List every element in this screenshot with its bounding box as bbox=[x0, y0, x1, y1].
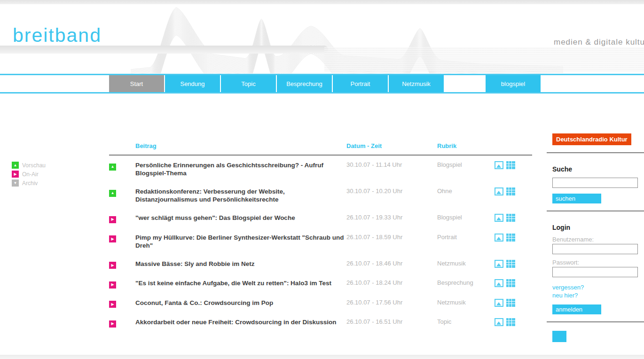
grid-icon[interactable] bbox=[506, 299, 515, 307]
article-rubrik: Netzmusik bbox=[437, 260, 495, 269]
row-status-icon: ▶ bbox=[109, 235, 116, 242]
row-status-icon: ▶ bbox=[109, 262, 116, 269]
logo-underline-band bbox=[0, 46, 328, 54]
tab-portrait[interactable]: Portrait bbox=[333, 75, 388, 92]
table-body: ▲ Persönliche Erinnerungen als Geschicht… bbox=[109, 161, 532, 328]
grid-icon[interactable] bbox=[506, 214, 515, 222]
article-title[interactable]: Massive Bässe: Sly and Robbie im Netz bbox=[135, 260, 346, 269]
bottom-strip bbox=[0, 355, 644, 359]
status-icon: ▶ bbox=[12, 171, 19, 178]
row-status-icon: ▶ bbox=[109, 301, 116, 308]
article-datetime: 26.10.07 - 16.51 Uhr bbox=[346, 318, 437, 328]
row-status-icon: ▲ bbox=[109, 190, 116, 197]
sidebar-divider bbox=[547, 152, 644, 153]
feed-icon[interactable] bbox=[552, 331, 566, 342]
article-title[interactable]: Persönliche Erinnerungen als Geschichtss… bbox=[135, 161, 346, 177]
password-label: Passwort: bbox=[552, 259, 644, 266]
article-title[interactable]: "wer schlägt muss gehen": Das Blogspiel … bbox=[135, 214, 346, 223]
table-row: ▶ Coconut, Fanta & Co.: Crowdsourcing im… bbox=[109, 299, 532, 308]
tab-blogspiel[interactable]: blogspiel bbox=[486, 75, 541, 92]
main-navigation: Start Sendung Topic Besprechung Portrait… bbox=[0, 74, 644, 94]
table-row: ▲ Redaktionskonferenz: Verbesserung der … bbox=[109, 187, 532, 203]
article-datetime: 26.10.07 - 18.59 Uhr bbox=[346, 234, 437, 250]
password-field[interactable] bbox=[552, 267, 638, 277]
tab-label: Netzmusik bbox=[402, 80, 431, 87]
header-faint-lines bbox=[324, 47, 644, 71]
row-status-icon: ▲ bbox=[109, 164, 116, 171]
username-label: Benutzername: bbox=[552, 236, 644, 243]
media-image-icon[interactable] bbox=[495, 187, 503, 195]
grid-icon[interactable] bbox=[506, 260, 515, 268]
tab-sendung[interactable]: Sendung bbox=[165, 75, 220, 92]
media-image-icon[interactable] bbox=[495, 214, 503, 222]
article-title[interactable]: Redaktionskonferenz: Verbesserung der We… bbox=[135, 187, 346, 203]
legend-item-onair: ▶ On-Air bbox=[12, 170, 46, 179]
media-image-icon[interactable] bbox=[495, 161, 503, 169]
status-icon: ▲ bbox=[12, 162, 19, 169]
table-row: ▶ "Es ist keine einfache Aufgabe, die We… bbox=[109, 279, 532, 289]
grid-icon[interactable] bbox=[506, 187, 515, 195]
sidebar-divider bbox=[547, 321, 644, 322]
article-title[interactable]: Coconut, Fanta & Co.: Crowdsourcing im P… bbox=[135, 299, 346, 308]
row-status-icon: ▶ bbox=[109, 216, 116, 223]
table-row: ▶ Pimp my Hüllkurve: Die Berliner Synthe… bbox=[109, 234, 532, 250]
grid-icon[interactable] bbox=[506, 161, 515, 169]
table-row: ▶ "wer schlägt muss gehen": Das Blogspie… bbox=[109, 214, 532, 223]
legend-item-vorschau: ▲ Vorschau bbox=[12, 161, 46, 170]
tab-topic[interactable]: Topic bbox=[221, 75, 276, 92]
tab-besprechung[interactable]: Besprechung bbox=[277, 75, 332, 92]
grid-icon[interactable] bbox=[506, 318, 515, 326]
site-logo[interactable]: breitband bbox=[13, 24, 102, 47]
article-rubrik: Ohne bbox=[437, 187, 495, 203]
right-sidebar: Deutschlandradio Kultur Suche suchen Log… bbox=[547, 133, 644, 342]
media-image-icon[interactable] bbox=[495, 279, 503, 287]
station-badge[interactable]: Deutschlandradio Kultur bbox=[552, 133, 631, 145]
article-title[interactable]: Akkordarbeit oder neue Freiheit: Crowdso… bbox=[135, 318, 346, 328]
article-title[interactable]: Pimp my Hüllkurve: Die Berliner Synthesi… bbox=[135, 234, 346, 250]
article-datetime: 26.10.07 - 19.33 Uhr bbox=[346, 214, 437, 223]
table-header: Beitrag Datum - Zeit Rubrik bbox=[109, 142, 532, 155]
site-tagline: medien & digitale kultur bbox=[554, 38, 644, 47]
search-title: Suche bbox=[552, 165, 644, 173]
column-header-datum-zeit: Datum - Zeit bbox=[346, 142, 437, 155]
tab-start[interactable]: Start bbox=[109, 75, 164, 92]
tab-netzmusik[interactable]: Netzmusik bbox=[389, 75, 444, 92]
status-icon: ▼ bbox=[12, 180, 19, 187]
login-title: Login bbox=[552, 224, 644, 231]
media-image-icon[interactable] bbox=[495, 318, 503, 326]
login-button[interactable]: anmelden bbox=[552, 304, 601, 314]
article-datetime: 26.10.07 - 17.56 Uhr bbox=[346, 299, 437, 308]
article-rubrik: Netzmusik bbox=[437, 299, 495, 308]
new-here-link[interactable]: neu hier? bbox=[552, 292, 644, 299]
tab-label: Besprechung bbox=[286, 80, 322, 87]
table-header-rule bbox=[109, 155, 532, 156]
grid-icon[interactable] bbox=[506, 279, 515, 287]
article-title[interactable]: "Es ist keine einfache Aufgabe, die Welt… bbox=[135, 279, 346, 289]
row-status-icon: ▶ bbox=[109, 320, 116, 328]
table-row: ▶ Akkordarbeit oder neue Freiheit: Crowd… bbox=[109, 318, 532, 328]
page-header: breitband medien & digitale kultur bbox=[0, 0, 644, 74]
tab-label: Start bbox=[130, 80, 143, 87]
article-datetime: 26.10.07 - 18.24 Uhr bbox=[346, 279, 437, 289]
column-header-rubrik: Rubrik bbox=[437, 142, 495, 155]
row-status-icon: ▶ bbox=[109, 281, 116, 289]
article-rubrik: Blogspiel bbox=[437, 161, 495, 177]
search-button[interactable]: suchen bbox=[552, 194, 601, 203]
article-rubrik: Portrait bbox=[437, 234, 495, 250]
status-legend: ▲ Vorschau ▶ On-Air ▼ Archiv bbox=[12, 161, 46, 187]
article-datetime: 30.10.07 - 11.14 Uhr bbox=[346, 161, 437, 177]
tab-label: Sendung bbox=[180, 80, 204, 87]
tab-label: blogspiel bbox=[501, 80, 525, 87]
column-header-beitrag: Beitrag bbox=[135, 142, 346, 155]
search-input[interactable] bbox=[552, 178, 638, 188]
article-rubrik: Blogspiel bbox=[437, 214, 495, 223]
grid-icon[interactable] bbox=[506, 234, 515, 242]
article-rubrik: Besprechung bbox=[437, 279, 495, 289]
media-image-icon[interactable] bbox=[495, 299, 503, 307]
sidebar-divider bbox=[547, 211, 644, 211]
media-image-icon[interactable] bbox=[495, 260, 503, 268]
media-image-icon[interactable] bbox=[495, 234, 503, 242]
username-field[interactable] bbox=[552, 244, 638, 254]
forgot-password-link[interactable]: vergessen? bbox=[552, 284, 644, 291]
legend-item-archiv: ▼ Archiv bbox=[12, 179, 46, 187]
